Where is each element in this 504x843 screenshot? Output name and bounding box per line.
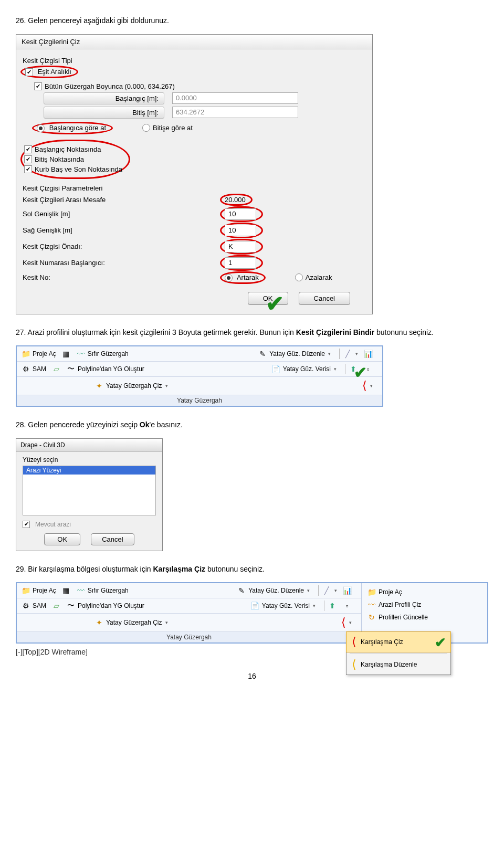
proje-ac-button-2[interactable]: 📁Proje Aç [21,586,56,595]
dialog-title: Kesit Çizgilerini Çiz [16,35,372,49]
drape-dialog: Drape - Civil 3D Yüzeyi seçin Arazi Yüze… [16,438,163,551]
draw-icon: ✦ [94,618,104,627]
highlight-left: 10 [220,206,263,222]
grid-icon-button[interactable]: ▦ [61,349,71,359]
folder-icon: 📁 [367,587,376,597]
step-26-text: 26. Gelen pencereyi aşağıdaki gibi doldu… [16,16,488,26]
drape-label: Yüzeyi seçin [23,456,156,463]
radio-end-label: Bitişe göre at [153,124,193,132]
folder-icon: 📁 [21,349,30,359]
check-icon: ✔ [435,639,446,646]
start-input[interactable]: 0.0000 [172,92,298,104]
highlight-checkboxes: ✔Başlangıç Noktasında ✔Bitiş Noktasında … [20,140,130,179]
misc-icon: ▫ [342,601,352,610]
radio-end[interactable] [142,124,150,132]
arazi-profili-button[interactable]: 〰Arazi Profili Çiz [367,600,487,609]
p-prefix-label: Kesit Çizgisi Önadı: [23,243,222,250]
step-29-text: 29. Bir karşılaşma bölgesi oluşturmak iç… [16,564,488,575]
surface-2[interactable]: ▱ [51,601,61,610]
proje-ac-right[interactable]: 📁Proje Aç [367,587,487,597]
polyline-2[interactable]: 〜Polyline'dan YG Oluştur [66,601,144,610]
chart-icon: 📊 [342,586,352,595]
sifir-button-2[interactable]: 〰Sıfır Güzergah [76,586,129,595]
chk-curve-label: Kurb Baş ve Son Noktasında [35,165,122,173]
gear-icon: ⚙ [21,364,30,374]
chk-end-point[interactable]: ✔ [24,155,32,163]
route-icon: 〰 [76,349,86,359]
curve-red-icon: ⟨ [352,635,356,649]
chk-start-point[interactable]: ✔ [24,145,32,153]
end-input[interactable]: 634.2672 [172,107,298,118]
profile-icon: 〰 [367,600,376,609]
start-label: Başlangıç [m]: [44,92,164,104]
tool-icon-2[interactable]: 📊 [363,349,373,359]
step-28-text: 28. Gelen pencerede yüzeyinizi seçip Ok'… [16,420,488,430]
ctx-karsilasma-duzenle[interactable]: ⟨ Karşılaşma Düzenle [346,655,450,675]
tool-icon-4[interactable]: ⟨▾ [362,379,373,393]
drape-title: Drape - Civil 3D [16,439,162,452]
tool-icon-3[interactable]: ▫ [363,364,373,374]
update-icon: ↻ [367,613,376,622]
type-checkbox[interactable]: ✔ [25,68,33,76]
yatay-duzenle-2[interactable]: ✎Yatay Güz. Düzenle▾ [237,586,310,595]
surface-icon-button[interactable]: ▱ [51,364,61,374]
polyline-icon: 〜 [66,364,76,374]
folder-icon: 📁 [21,586,30,595]
karsilasma-dropdown[interactable]: ⟨▾ [341,616,352,629]
cancel-button[interactable]: Cancel [299,292,350,305]
polyline-icon: 〜 [66,601,76,610]
full-route-checkbox[interactable]: ✔ [34,82,42,90]
surface-listbox[interactable]: Arazi Yüzeyi [23,466,156,515]
p-left-label: Sol Genişlik [m] [23,210,222,218]
drape-ok-button[interactable]: OK [44,533,80,545]
p-left-input[interactable]: 10 [225,208,256,220]
misc-icon: ▫ [363,364,373,374]
tool-icon-1[interactable]: ╱▾ [343,349,358,359]
drape-icon: ⬆ [349,364,358,374]
p-startno-input[interactable]: 1 [225,257,256,269]
radio-dec[interactable] [295,273,303,281]
grid-button-2[interactable]: ▦ [61,586,71,595]
end-label: Bitiş [m]: [44,107,164,119]
ok-button[interactable]: OK [248,292,288,305]
line-icon: ╱ [343,349,352,359]
curve-red-icon: ⟨ [341,616,346,629]
kesit-cizgileri-dialog: Kesit Çizgilerini Çiz Kesit Çizgisi Tipi… [16,34,373,314]
yatay-duzenle-button[interactable]: ✎Yatay Güz. Düzenle▾ [258,349,331,359]
mevcut-checkbox[interactable]: ✔ [23,521,30,528]
tool-2b[interactable]: 📊 [342,586,352,595]
radio-start[interactable] [37,124,45,132]
radio-inc[interactable] [225,274,233,282]
bindir-button[interactable]: ⬆ ✔ [349,364,358,374]
right-panel: 📁Proje Aç 〰Arazi Profili Çiz ↻Profilleri… [361,583,487,642]
separator [345,364,345,374]
radio-dec-label: Azalarak [306,273,332,281]
polyline-button[interactable]: 〜Polyline'dan YG Oluştur [66,364,144,374]
sifir-guzergah-button[interactable]: 〰Sıfır Güzergah [76,349,129,359]
grid-icon: ▦ [61,586,71,595]
radio-start-label: Başlangıca göre at [49,124,106,132]
context-menu: ⟨ Karşılaşma Çiz ✔ ⟨ Karşılaşma Düzenle [346,631,451,675]
highlight-inc: Artarak [220,271,266,284]
tool-2c[interactable]: ⬆ [328,601,337,610]
p-right-label: Sağ Genişlik [m] [23,226,222,234]
p-right-input[interactable]: 10 [225,225,256,236]
ctx-karsilasma-ciz[interactable]: ⟨ Karşılaşma Çiz ✔ [346,631,451,652]
route-icon: 〰 [76,586,86,595]
p-prefix-input[interactable]: K [225,241,256,252]
list-item[interactable]: Arazi Yüzeyi [23,466,155,475]
proje-ac-button[interactable]: 📁Proje Aç [21,349,56,359]
sam-button-2[interactable]: ⚙SAM [21,601,46,610]
tool-2d[interactable]: ▫ [342,601,352,610]
yatay-ciz-button[interactable]: ✦Yatay Güzergah Çiz▾ [94,381,168,391]
drape-cancel-button[interactable]: Cancel [91,533,134,545]
chk-curve-point[interactable]: ✔ [24,165,32,173]
tool-2a[interactable]: ╱▾ [322,586,337,595]
yatay-ciz-2[interactable]: ✦Yatay Güzergah Çiz▾ [94,618,168,627]
yatay-verisi-button[interactable]: 📄Yatay Güz. Verisi▾ [271,364,337,374]
highlight-startno: 1 [220,255,263,271]
sam-button[interactable]: ⚙SAM [21,364,46,374]
ribbon-panel-title-2: Yatay Güzergah [17,632,361,642]
profilleri-guncelle-button[interactable]: ↻Profilleri Güncelle [367,613,487,622]
yatay-verisi-2[interactable]: 📄Yatay Güz. Verisi▾ [250,601,316,610]
